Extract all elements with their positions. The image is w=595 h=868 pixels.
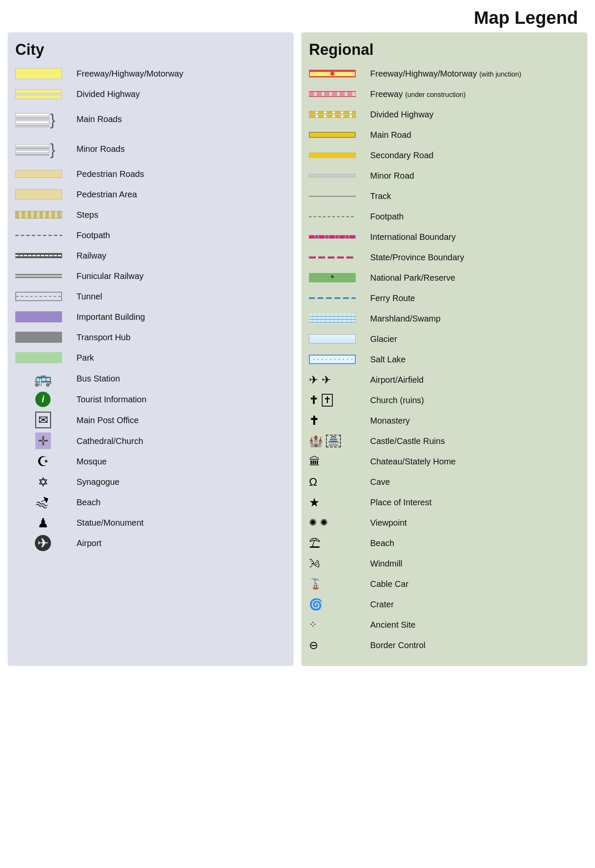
list-item: Railway xyxy=(15,248,286,264)
list-item: 🌀 Crater xyxy=(309,596,580,612)
regional-heading: Regional xyxy=(309,41,580,59)
list-item: 🚡 Cable Car xyxy=(309,576,580,592)
list-item: ✛ Cathedral/Church xyxy=(15,433,286,449)
list-item: Steps xyxy=(15,207,286,223)
list-item: 🏖 Beach xyxy=(15,494,286,510)
list-item: ⊖ Border Control xyxy=(309,637,580,653)
list-item: Freeway/Highway/Motorway (with junction) xyxy=(309,65,580,82)
list-item: ✉ Main Post Office xyxy=(15,412,286,428)
list-item: Ω Cave xyxy=(309,474,580,490)
list-item: ✈ Airport xyxy=(15,535,286,551)
list-item: ✈ ✈ Airport/Airfield xyxy=(309,372,580,388)
list-item: 🌬 Windmill xyxy=(309,555,580,572)
list-item: ● National Park/Reserve xyxy=(309,270,580,286)
list-item: ⛱ Beach xyxy=(309,535,580,551)
list-item: International Boundary xyxy=(309,229,580,245)
list-item: Secondary Road xyxy=(309,147,580,163)
list-item: Freeway/Highway/Motorway xyxy=(15,65,286,82)
list-item: } Minor Roads xyxy=(15,136,286,162)
list-item: ✡ Synagogue xyxy=(15,474,286,490)
list-item: ⁘ Ancient Site xyxy=(309,617,580,633)
list-item: ✝ ✝ Church (ruins) xyxy=(309,392,580,408)
list-item: ☪ Mosque xyxy=(15,453,286,470)
list-item: Important Building xyxy=(15,309,286,325)
list-item: Main Road xyxy=(309,127,580,143)
list-item: ✺ ✺ Viewpoint xyxy=(309,515,580,531)
list-item: Pedestrian Area xyxy=(15,186,286,202)
regional-column: Regional Freeway/Highway/Motorway (with … xyxy=(301,32,587,666)
city-heading: City xyxy=(15,41,286,59)
list-item: Divided Highway xyxy=(15,86,286,102)
list-item: Tunnel xyxy=(15,288,286,305)
list-item: 🏰 🏯 Castle/Castle Ruins xyxy=(309,433,580,449)
list-item: Footpath xyxy=(309,208,580,225)
list-item: Footpath xyxy=(15,227,286,243)
list-item: Track xyxy=(309,188,580,204)
list-item: Park xyxy=(15,350,286,366)
list-item: Salt Lake xyxy=(309,351,580,367)
list-item: State/Province Boundary xyxy=(309,249,580,265)
list-item: Glacier xyxy=(309,331,580,347)
list-item: Transport Hub xyxy=(15,329,286,345)
city-column: City Freeway/Highway/Motorway Divided Hi… xyxy=(8,32,294,666)
list-item: i Tourist Information xyxy=(15,391,286,407)
list-item: } Main Roads xyxy=(15,106,286,132)
list-item: ★ Place of Interest xyxy=(309,494,580,510)
list-item: Freeway (under construction) xyxy=(309,86,580,102)
list-item: 🚌 Bus Station xyxy=(15,370,286,387)
list-item: 🏛 Chateau/Stately Home xyxy=(309,453,580,470)
list-item: Pedestrian Roads xyxy=(15,166,286,182)
list-item: Funicular Railway xyxy=(15,268,286,284)
page-title: Map Legend xyxy=(0,0,595,32)
list-item: Marshland/Swamp xyxy=(309,310,580,327)
list-item: Minor Road xyxy=(309,168,580,184)
list-item: Divided Highway xyxy=(309,106,580,122)
list-item: ♟ Statue/Monument xyxy=(15,515,286,531)
list-item: Ferry Route xyxy=(309,290,580,306)
list-item: ✝ Monastery xyxy=(309,413,580,429)
